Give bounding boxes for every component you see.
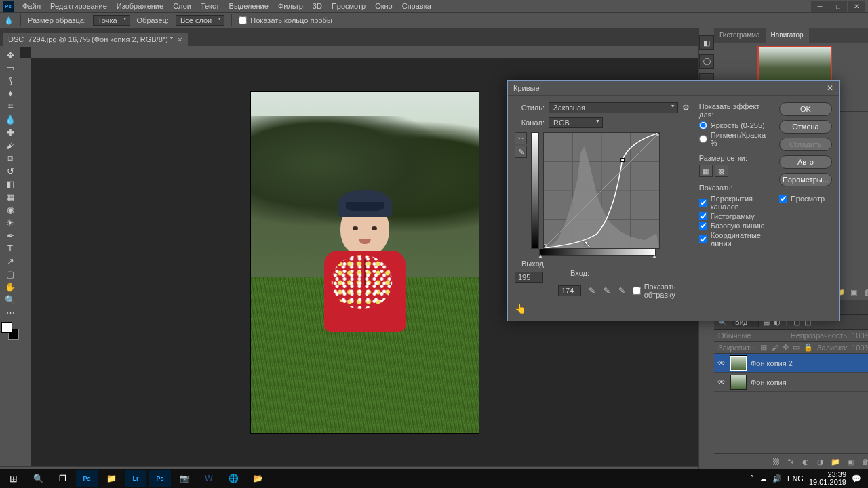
taskbar-app-ps2[interactable]: Ps — [149, 470, 171, 487]
chk-intersection[interactable]: Координатные линии — [699, 231, 770, 247]
quick-select-tool[interactable]: ✦ — [1, 87, 19, 100]
delete-layer-icon[interactable]: 🗑 — [860, 457, 868, 466]
on-image-tool-icon[interactable]: 👆 — [515, 303, 526, 314]
menu-select[interactable]: Выделение — [224, 1, 273, 12]
window-close[interactable]: ✕ — [848, 1, 865, 12]
taskbar-app-camera[interactable]: 📷 — [174, 470, 195, 487]
color-swatches[interactable] — [1, 322, 19, 340]
close-tab-icon[interactable]: ✕ — [177, 36, 182, 43]
lock-position-icon[interactable]: ✥ — [783, 343, 789, 352]
layer-name[interactable]: Фон копия — [751, 378, 787, 386]
lock-brush-icon[interactable]: 🖌 — [771, 344, 778, 352]
layer-thumbnail[interactable] — [730, 375, 747, 390]
preset-select[interactable]: Заказная — [549, 102, 678, 113]
new-layer-icon[interactable]: ▣ — [845, 457, 856, 466]
fill-value[interactable]: 100% — [852, 344, 868, 352]
visibility-icon[interactable]: 👁 — [717, 378, 726, 387]
task-view-button[interactable]: ❐ — [52, 470, 73, 487]
gradient-tool[interactable]: ▦ — [1, 190, 19, 203]
black-point-picker[interactable]: ✎ — [588, 285, 596, 296]
history-brush-tool[interactable]: ↺ — [1, 165, 19, 177]
taskbar-app-explorer[interactable]: 📁 — [100, 470, 122, 487]
info-panel-icon[interactable]: ⓘ — [699, 54, 714, 69]
dodge-tool[interactable]: ☀ — [1, 216, 19, 228]
shape-tool[interactable]: ▢ — [1, 268, 19, 280]
menu-filter[interactable]: Фильтр — [273, 1, 308, 12]
preview-checkbox[interactable]: Просмотр — [779, 195, 832, 203]
opacity-value[interactable]: 100% — [852, 331, 868, 340]
curve-point-tool[interactable]: 〰 — [515, 132, 527, 144]
lasso-tool[interactable]: ⟆ — [1, 75, 19, 87]
preset-menu-icon[interactable]: ⚙ — [682, 103, 690, 113]
menu-image[interactable]: Изображение — [112, 1, 168, 12]
ruler-horizontal[interactable] — [31, 47, 698, 58]
taskbar-app-lr[interactable]: Lr — [125, 470, 146, 487]
tray-volume-icon[interactable]: 🔊 — [772, 474, 782, 483]
tray-onedrive-icon[interactable]: ☁ — [760, 474, 767, 483]
menu-help[interactable]: Справка — [397, 1, 436, 12]
menu-edit[interactable]: Редактирование — [45, 1, 112, 12]
new-icon[interactable]: ▣ — [849, 287, 859, 297]
blend-mode-select[interactable]: Обычные — [718, 331, 788, 340]
dialog-titlebar[interactable]: Кривые ✕ — [508, 81, 839, 96]
menu-view[interactable]: Просмотр — [327, 1, 370, 12]
eraser-tool[interactable]: ◧ — [1, 178, 19, 190]
crop-tool[interactable]: ⌗ — [1, 100, 19, 113]
color-panel-icon[interactable]: ◧ — [699, 35, 714, 50]
link-layers-icon[interactable]: ⛓ — [770, 457, 781, 466]
tray-clock[interactable]: 23:3919.01.2019 — [809, 471, 846, 486]
radio-brightness[interactable]: Яркость (0-255) — [699, 121, 770, 129]
layer-name[interactable]: Фон копия 2 — [751, 359, 793, 367]
lock-artboard-icon[interactable]: ▭ — [793, 343, 800, 352]
grid-coarse-button[interactable]: ▦ — [699, 165, 713, 177]
taskbar-app-folder[interactable]: 📂 — [247, 470, 269, 487]
foreground-color[interactable] — [1, 322, 12, 333]
lock-pixels-icon[interactable]: ▦ — [760, 343, 767, 352]
search-button[interactable]: 🔍 — [27, 470, 49, 487]
smooth-button[interactable]: Сгладить — [779, 138, 832, 151]
healing-tool[interactable]: ✚ — [1, 126, 19, 138]
taskbar-app-word[interactable]: W — [198, 470, 220, 487]
gray-point-picker[interactable]: ✎ — [603, 285, 611, 296]
menu-layers[interactable]: Слои — [168, 1, 196, 12]
layer-thumbnail[interactable] — [730, 356, 747, 371]
taskbar-app-ps[interactable]: Ps — [76, 470, 98, 487]
tray-chevron-icon[interactable]: ˄ — [750, 474, 754, 483]
lock-all-icon[interactable]: 🔒 — [804, 343, 813, 352]
hand-tool[interactable]: ✋ — [1, 281, 19, 293]
layer-mask-icon[interactable]: ◐ — [800, 457, 811, 466]
input-value[interactable]: 174 — [558, 285, 581, 296]
brush-tool[interactable]: 🖌 — [1, 139, 19, 151]
ruler-vertical[interactable] — [20, 58, 31, 466]
chk-channel-overlays[interactable]: Перекрытия каналов — [699, 195, 770, 211]
document-tab[interactable]: DSC_7294.jpg @ 16,7% (Фон копия 2, RGB/8… — [3, 33, 188, 46]
start-button[interactable]: ⊞ — [3, 470, 24, 487]
sample-size-select[interactable]: Точка — [93, 15, 130, 26]
marquee-tool[interactable]: ▭ — [1, 62, 19, 74]
layer-row[interactable]: 👁 Фон копия 2 — [714, 354, 868, 373]
chk-baseline[interactable]: Базовую линию — [699, 222, 770, 230]
group-icon[interactable]: 📁 — [830, 457, 841, 466]
show-clipping-checkbox[interactable]: Показать обтравку — [633, 283, 690, 299]
show-ring-checkbox[interactable]: Показать кольцо пробы — [239, 16, 332, 24]
curves-graph[interactable] — [543, 132, 660, 249]
curve-draw-tool[interactable]: ✎ — [515, 146, 527, 158]
options-button[interactable]: Параметры... — [779, 173, 832, 186]
type-tool[interactable]: T — [1, 242, 19, 254]
layer-fx-icon[interactable]: fx — [785, 457, 796, 466]
zoom-tool[interactable]: 🔍 — [1, 293, 19, 306]
cancel-button[interactable]: Отмена — [779, 120, 832, 134]
tray-lang[interactable]: ENG — [787, 474, 804, 483]
window-maximize[interactable]: □ — [829, 1, 847, 12]
white-point-picker[interactable]: ✎ — [618, 285, 626, 296]
trash-icon[interactable]: 🗑 — [863, 287, 868, 297]
sample-layers-select[interactable]: Все слои — [176, 15, 224, 26]
menu-file[interactable]: Файл — [18, 1, 45, 12]
grid-fine-button[interactable]: ▩ — [715, 165, 728, 177]
adjustment-layer-icon[interactable]: ◑ — [815, 457, 826, 466]
tray-notifications-icon[interactable]: 💬 — [852, 474, 861, 483]
menu-text[interactable]: Текст — [196, 1, 224, 12]
eyedropper-tool[interactable]: 💧 — [1, 113, 19, 125]
chk-histogram[interactable]: Гистограмму — [699, 212, 770, 220]
output-value[interactable]: 195 — [515, 272, 543, 283]
